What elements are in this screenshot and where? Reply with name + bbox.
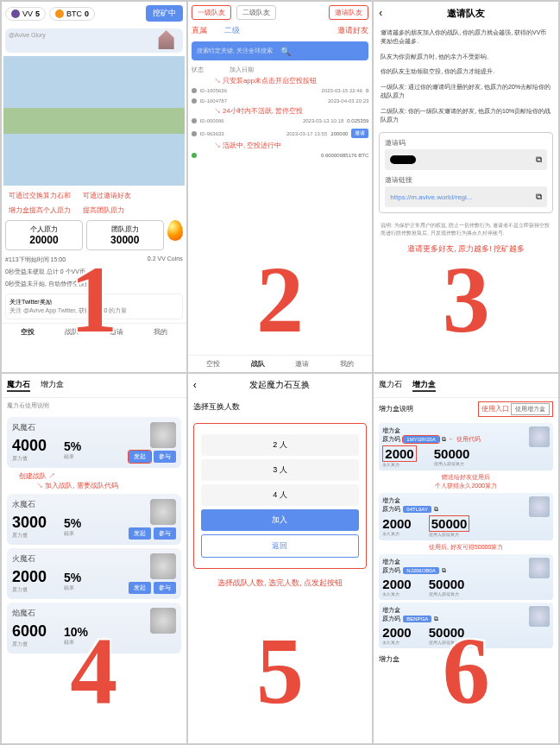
code-value: 1MYGRG5A: [403, 436, 438, 443]
copy-icon[interactable]: ⧉: [434, 506, 438, 513]
member-date: 2023-03-15 22:46: [322, 88, 362, 93]
member-id: ID-000096: [200, 118, 224, 123]
tab-invite[interactable]: 邀请: [295, 359, 309, 369]
option-4[interactable]: 4 人: [201, 484, 360, 506]
search-icon: 🔍: [280, 47, 364, 56]
power-box-card: 增力盒 原力码1MYGRG5A⧉← 使用代码 2000永久算力50000使用人获…: [379, 423, 553, 470]
l1: 永久算力: [382, 640, 411, 645]
btc-balance[interactable]: BTC 0: [49, 7, 95, 21]
use-box-button[interactable]: 使用增力盒: [511, 403, 550, 415]
page-title: ‹发起魔力石互换: [188, 374, 373, 396]
join-button[interactable]: 参与: [154, 527, 176, 540]
tab-second[interactable]: 二级: [224, 25, 240, 36]
world-map[interactable]: [3, 56, 185, 186]
v1: 2000: [382, 445, 416, 462]
member-row: ID-0000962023-03-13 10:180.025359: [188, 116, 373, 126]
join-button[interactable]: 参与: [154, 451, 176, 463]
invite-link: https://m.avive.world/regi...⧉: [385, 186, 547, 207]
tab-direct[interactable]: 直属: [192, 25, 207, 36]
create-button[interactable]: 发起: [129, 451, 151, 463]
footer-note: 说明: 为保护正常用户的权益, 防止一切作弊行为, 邀请者不是立即获得空投而进行…: [374, 218, 558, 240]
tab-team[interactable]: 战队: [251, 359, 265, 369]
stone-value-label: 原力值: [12, 586, 47, 594]
tab-airdrop[interactable]: 空投: [206, 359, 220, 369]
power-box-card: 增力盒 原力码NJ206OB0A⧉ 2000永久算力50000使用人获得算力: [379, 554, 553, 600]
anno-1d: 提高团队原力: [79, 204, 128, 217]
anno-1a: 可通过交换算力石和: [5, 189, 74, 202]
link-label: 邀请链接: [385, 175, 547, 185]
cancel-button[interactable]: 返回: [201, 534, 360, 558]
box-image: [529, 496, 550, 517]
search-bar[interactable]: @Avive Glory: [5, 28, 183, 53]
code-label: 原力码: [382, 566, 400, 575]
tab-mine[interactable]: 我的: [154, 327, 167, 337]
stone-help[interactable]: 魔力石使用说明: [2, 398, 186, 414]
member-id: ID-963633: [200, 131, 224, 136]
anno-join: 加入战队, 需要战队代码: [45, 482, 117, 489]
time-label: #113下明始时间 15:00: [5, 256, 66, 264]
back-button[interactable]: ‹: [379, 7, 382, 19]
stone-value: 4000: [12, 437, 47, 455]
panel-number-4: 4: [70, 616, 117, 726]
back-button[interactable]: ‹: [193, 379, 197, 391]
option-3[interactable]: 3 人: [201, 459, 360, 481]
member-row: ID-10056362023-03-15 22:460: [188, 85, 373, 96]
stone-card: 风魔石 4000原力值5%税率 发起参与: [7, 417, 181, 468]
anno-3: 使用后, 好友可得50000算力: [374, 543, 558, 552]
code-label: 原力码: [382, 505, 400, 514]
invite-box: 邀请码 ⧉ 邀请链接 https://m.avive.world/regi...…: [379, 132, 553, 213]
tab-level2[interactable]: 二级队友: [236, 5, 276, 20]
team-search[interactable]: 搜索特定关键, 关注全球搜索🔍: [192, 41, 369, 60]
invite-friends-button[interactable]: 邀请队友: [329, 5, 368, 20]
invite-label: 邀请好友: [337, 25, 368, 36]
copy-icon[interactable]: ⧉: [536, 155, 542, 165]
copy-icon[interactable]: ⧉: [442, 436, 446, 443]
box-help[interactable]: 增力盒说明: [379, 404, 413, 414]
v1: 2000: [382, 625, 411, 640]
btc-icon: [55, 9, 64, 18]
panel-number-2: 2: [256, 245, 304, 355]
join-button[interactable]: 参与: [154, 582, 176, 594]
option-2[interactable]: 2 人: [201, 434, 360, 456]
box-tabs: 魔力石 增力盒: [374, 374, 558, 398]
panel-2: 一级队友 二级队友 邀请队友 直属 二级 邀请好友 搜索特定关键, 关注全球搜索…: [187, 1, 374, 373]
team-tabs: 一级队友 二级队友 邀请队友: [188, 2, 373, 23]
invite-code: ⧉: [385, 149, 547, 170]
panel-3: ‹ 邀请队友 邀请越多的朋友加入你的战队, 你的原力就会越强, 获得的VV币奖励…: [373, 1, 559, 373]
v2: 50000: [429, 577, 465, 591]
col-date: 加入日期: [230, 66, 254, 74]
tab-magic-stone[interactable]: 魔力石: [7, 379, 30, 392]
card-title: 增力盒: [382, 558, 550, 566]
stone-image: [150, 499, 176, 525]
invite-button[interactable]: 邀请: [351, 129, 368, 138]
annotation-1: ↘ 只安装app未点击开启空投按钮: [188, 76, 373, 85]
join-button[interactable]: 加入: [201, 509, 360, 531]
copy-icon[interactable]: ⧉: [442, 567, 446, 574]
vv-balance[interactable]: VV 5: [5, 7, 46, 21]
create-button[interactable]: 发起: [129, 527, 151, 540]
tab-magic-stone[interactable]: 魔力石: [379, 379, 402, 392]
member-date: 2023-03-17 13:55: [286, 131, 327, 136]
status-dot: [192, 98, 197, 104]
create-button[interactable]: 发起: [129, 582, 151, 594]
card-title: 增力盒: [382, 426, 550, 435]
tab-level1[interactable]: 一级队友: [192, 5, 231, 20]
stone-value-label: 原力值: [12, 641, 47, 648]
stone-image: [150, 422, 176, 448]
balloon-icon: [167, 220, 183, 241]
panel-5: ‹发起魔力石互换 选择互换人数 2 人 3 人 4 人 加入 返回 选择战队人数…: [187, 373, 374, 745]
tab-airdrop[interactable]: 空投: [21, 327, 35, 337]
col-status: 状态: [192, 66, 204, 74]
tab-power-box[interactable]: 增力盒: [41, 379, 64, 392]
copy-icon[interactable]: ⧉: [536, 192, 542, 202]
top-bar: VV 5 BTC 0 挖矿中: [2, 2, 186, 25]
copy-icon[interactable]: ⧉: [434, 616, 438, 622]
mining-button[interactable]: 挖矿中: [146, 5, 183, 22]
tab-mine[interactable]: 我的: [340, 359, 354, 369]
btc-value: 0: [85, 9, 89, 18]
tab-power-box[interactable]: 增力盒: [412, 379, 436, 392]
l2: 使用人获得算力: [429, 591, 465, 597]
panel-4: 魔力石 增力盒 魔力石使用说明 风魔石 4000原力值5%税率 发起参与 创建战…: [1, 373, 187, 745]
vv-value: 5: [35, 9, 40, 18]
v1: 2000: [382, 516, 411, 531]
